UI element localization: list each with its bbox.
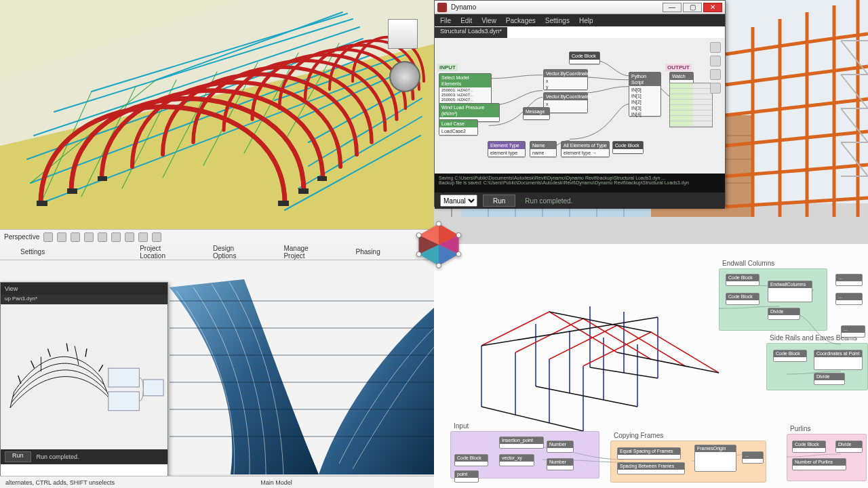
node-number-a[interactable]: Number [547, 441, 574, 453]
node-outer-a[interactable]: … [835, 274, 863, 286]
zoom-icon[interactable] [415, 155, 430, 169]
node-wind-load[interactable]: Wind Load Pressure (kN/m²) [439, 104, 499, 117]
status-main-model: Main Model [260, 479, 292, 486]
scale-icon[interactable] [43, 232, 53, 242]
svg-rect-3 [278, 201, 289, 206]
dynamo-canvas[interactable]: INPUT OUTPUT Select Model Elements 25000… [435, 38, 725, 174]
hide-icon[interactable] [138, 232, 148, 242]
nav-icon[interactable] [415, 102, 430, 117]
node-frames-origin[interactable]: FramesOrigin [694, 445, 736, 472]
node-load-case[interactable]: Load Case [439, 120, 477, 127]
node-code-block-pur[interactable]: Code Block [792, 441, 826, 453]
menu-packages[interactable]: Packages [506, 17, 536, 24]
svg-line-34 [31, 361, 35, 368]
node-name[interactable]: Name [530, 142, 556, 149]
node-point[interactable]: point [454, 470, 479, 483]
svg-rect-41 [143, 380, 163, 396]
window-maximize-button[interactable]: ▢ [683, 3, 702, 12]
dynamo-panel-tab[interactable]: up Pan3.dyn* [1, 295, 167, 304]
svg-rect-4 [67, 188, 77, 194]
dynamo-window[interactable]: Dynamo — ▢ ✕ File Edit View Packages Set… [434, 0, 726, 207]
ribbon-manage-project[interactable]: Manage Project [283, 245, 308, 260]
group-endwall-title: Endwall Columns [722, 260, 774, 267]
dynamo-tab[interactable]: Structural Loads3.dyn* [435, 27, 507, 38]
light-graph-canvas[interactable]: Endwall Columns Side Rails and Eaves Bea… [434, 244, 868, 488]
shadow-icon[interactable] [98, 232, 107, 242]
quadrant-top-left: Perspective [0, 0, 434, 244]
node-number-b[interactable]: Number [547, 458, 574, 470]
zoom-in-icon[interactable] [710, 56, 721, 66]
menu-file[interactable]: File [440, 17, 451, 24]
node-select-elements[interactable]: Select Model Elements [439, 74, 491, 87]
dynamo-panel-canvas[interactable] [1, 304, 167, 449]
node-element-type[interactable]: Element Type [488, 142, 525, 149]
reveal-icon[interactable] [152, 232, 161, 242]
node-load-case-value: LoadCase2 [439, 127, 477, 135]
revit-3d-viewport[interactable]: Perspective [0, 0, 434, 244]
svg-line-36 [66, 344, 68, 352]
node-vector-a[interactable]: Vector.ByCoordinates [544, 70, 587, 77]
dynamo-panel-menubar[interactable]: View [1, 283, 167, 295]
node-code-block-input[interactable]: Code Block [454, 454, 488, 466]
panel-menu-view[interactable]: View [5, 285, 18, 292]
node-coords-at[interactable]: Coordinates at Point [814, 350, 863, 370]
view-cube[interactable] [382, 14, 423, 54]
zoom-fit-icon[interactable] [710, 42, 721, 53]
node-code-block-sr[interactable]: Code Block [773, 350, 807, 362]
svg-line-37 [85, 348, 87, 357]
composite-stage: Perspective [0, 0, 868, 488]
node-endwall-columns[interactable]: EndwallColumns [768, 281, 812, 302]
node-out-a[interactable]: … [742, 451, 764, 464]
menu-help[interactable]: Help [579, 17, 593, 24]
pan-icon[interactable] [415, 137, 430, 152]
node-watch[interactable]: Watch [670, 73, 693, 80]
window-close-button[interactable]: ✕ [703, 3, 722, 12]
menu-settings[interactable]: Settings [545, 17, 570, 24]
node-outer-b[interactable]: … [835, 293, 863, 305]
steering-wheel[interactable] [389, 61, 420, 92]
render-icon[interactable] [111, 232, 121, 242]
run-button[interactable]: Run [483, 195, 515, 207]
node-insertion-point[interactable]: Insertion_point [499, 436, 544, 449]
node-all-of-type[interactable]: All Elements of Type [561, 142, 609, 149]
node-equal-spacing[interactable]: Equal Spacing of Frames [617, 447, 681, 460]
menu-edit[interactable]: Edit [460, 17, 472, 24]
zoom-out-icon[interactable] [710, 69, 721, 80]
node-message[interactable]: Message [524, 108, 549, 115]
node-python[interactable]: Python Script [629, 73, 660, 86]
window-minimize-button[interactable]: — [663, 3, 682, 12]
node-divide-ew[interactable]: Divide [768, 308, 800, 320]
revit-3d-viewport-bl[interactable]: View up Pan3.dyn* [0, 260, 434, 474]
node-codeblock-b[interactable]: Code Block [613, 142, 643, 149]
node-code-block-ew2[interactable]: Code Block [726, 293, 760, 305]
svg-rect-39 [108, 368, 140, 387]
input-group-label: INPUT [437, 64, 458, 71]
svg-rect-7 [317, 176, 327, 181]
node-codeblock-a[interactable]: Code Block [570, 52, 599, 60]
dynamo-menubar[interactable]: File Edit View Packages Settings Help [435, 14, 725, 26]
node-code-block-ew[interactable]: Code Block [726, 274, 760, 286]
visual-style-icon[interactable] [71, 232, 80, 242]
dynamo-titlebar[interactable]: Dynamo — ▢ ✕ [435, 1, 725, 14]
panel-run-button[interactable]: Run [5, 451, 31, 462]
revit-ribbon[interactable]: Settings Project Location Design Options… [0, 244, 434, 260]
node-outer-c[interactable]: … [841, 325, 865, 338]
node-divide-sr[interactable]: Divide [814, 373, 845, 385]
detail-icon[interactable] [57, 232, 66, 242]
ribbon-design-options[interactable]: Design Options [213, 245, 236, 260]
run-mode-select[interactable]: Manual [440, 195, 477, 207]
node-divide-pur[interactable]: Divide [835, 441, 863, 453]
ribbon-project-location[interactable]: Project Location [140, 245, 165, 260]
node-number-of-purlins[interactable]: Number of Purlins [792, 458, 846, 470]
sun-icon[interactable] [84, 232, 94, 242]
node-spacing-between[interactable]: Spacing Between Frames [617, 462, 685, 474]
menu-view[interactable]: View [481, 17, 496, 24]
dynamo-panel[interactable]: View up Pan3.dyn* [0, 282, 168, 477]
orbit-icon[interactable] [415, 119, 430, 134]
pan-icon[interactable] [710, 83, 721, 94]
node-vector-xy[interactable]: vector_xy [499, 454, 534, 466]
ribbon-settings[interactable]: Settings [20, 248, 45, 256]
ribbon-phasing[interactable]: Phasing [356, 248, 380, 256]
node-vector-b[interactable]: Vector.ByCoordinates [544, 93, 587, 100]
crop-icon[interactable] [125, 232, 134, 242]
